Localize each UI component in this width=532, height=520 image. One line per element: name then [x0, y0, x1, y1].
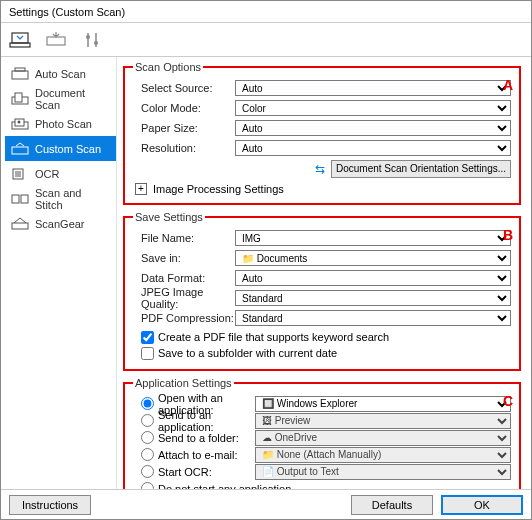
save-subfolder-label: Save to a subfolder with current date — [158, 347, 337, 359]
file-name-label: File Name: — [133, 232, 235, 244]
resolution-label: Resolution: — [133, 142, 235, 154]
send-folder-label: Send to a folder: — [158, 432, 239, 444]
attach-email-label: Attach to e-mail: — [158, 449, 237, 461]
save-subfolder-checkbox[interactable] — [141, 347, 154, 360]
send-folder-radio[interactable] — [141, 431, 154, 444]
paper-size-dropdown[interactable]: Auto — [235, 120, 511, 136]
start-ocr-label: Start OCR: — [158, 466, 212, 478]
open-app-dropdown[interactable]: 🔲 Windows Explorer — [255, 396, 511, 412]
custom-scan-icon — [11, 141, 29, 157]
pdf-compression-label: PDF Compression: — [133, 312, 235, 324]
data-format-dropdown[interactable]: Auto — [235, 270, 511, 286]
tab-scan-from-computer-icon[interactable] — [9, 29, 31, 51]
svg-point-3 — [86, 35, 90, 39]
main-panel: Scan Options A Select Source: Auto Color… — [117, 57, 531, 489]
image-processing-label: Image Processing Settings — [153, 183, 284, 195]
ok-button[interactable]: OK — [441, 495, 523, 515]
start-ocr-dropdown[interactable]: 📄 Output to Text — [255, 464, 511, 480]
color-mode-dropdown[interactable]: Color — [235, 100, 511, 116]
scan-options-legend: Scan Options — [133, 61, 203, 73]
sidebar-item-label: ScanGear — [35, 218, 85, 230]
send-app-dropdown[interactable]: 🖼 Preview — [255, 413, 511, 429]
sidebar-item-label: Photo Scan — [35, 118, 92, 130]
svg-rect-6 — [15, 68, 25, 71]
svg-rect-1 — [10, 43, 30, 47]
ocr-icon — [11, 166, 29, 182]
section-letter-a: A — [503, 77, 513, 93]
sidebar-item-label: Document Scan — [35, 87, 110, 111]
orientation-settings-button[interactable]: Document Scan Orientation Settings... — [331, 160, 511, 178]
file-name-dropdown[interactable]: IMG — [235, 230, 511, 246]
defaults-button[interactable]: Defaults — [351, 495, 433, 515]
pdf-compression-dropdown[interactable]: Standard — [235, 310, 511, 326]
sidebar-item-ocr[interactable]: OCR — [5, 161, 116, 186]
section-letter-b: B — [503, 227, 513, 243]
create-pdf-keyword-label: Create a PDF file that supports keyword … — [158, 331, 389, 343]
svg-point-11 — [18, 120, 21, 123]
application-settings-legend: Application Settings — [133, 377, 234, 389]
sidebar-item-scan-stitch[interactable]: Scan and Stitch — [5, 186, 116, 211]
save-settings-legend: Save Settings — [133, 211, 205, 223]
section-scan-options: Scan Options A Select Source: Auto Color… — [123, 61, 521, 205]
section-application-settings: Application Settings C Open with an appl… — [123, 377, 521, 489]
sidebar-item-photo-scan[interactable]: Photo Scan — [5, 111, 116, 136]
send-app-label: Send to an application: — [158, 409, 255, 433]
swap-icon[interactable]: ⇆ — [315, 162, 325, 176]
sidebar-item-auto-scan[interactable]: Auto Scan — [5, 61, 116, 86]
sidebar-item-custom-scan[interactable]: Custom Scan — [5, 136, 116, 161]
paper-size-label: Paper Size: — [133, 122, 235, 134]
jpeg-quality-dropdown[interactable]: Standard — [235, 290, 511, 306]
svg-rect-18 — [21, 195, 28, 203]
auto-scan-icon — [11, 66, 29, 82]
svg-rect-8 — [15, 93, 22, 102]
select-source-dropdown[interactable]: Auto — [235, 80, 511, 96]
body-area: Auto Scan Document Scan Photo Scan Custo… — [1, 57, 531, 489]
photo-scan-icon — [11, 116, 29, 132]
svg-point-4 — [94, 41, 98, 45]
color-mode-label: Color Mode: — [133, 102, 235, 114]
attach-email-dropdown[interactable]: 📁 None (Attach Manually) — [255, 447, 511, 463]
svg-rect-2 — [47, 37, 65, 45]
data-format-label: Data Format: — [133, 272, 235, 284]
send-folder-dropdown[interactable]: ☁ OneDrive — [255, 430, 511, 446]
sidebar-item-scangear[interactable]: ScanGear — [5, 211, 116, 236]
send-app-radio[interactable] — [141, 414, 154, 427]
section-letter-c: C — [503, 393, 513, 409]
tab-general-settings-icon[interactable] — [81, 29, 103, 51]
sidebar-item-label: Scan and Stitch — [35, 187, 110, 211]
jpeg-quality-label: JPEG Image Quality: — [133, 286, 235, 310]
scangear-icon — [11, 216, 29, 232]
toolbar — [1, 23, 531, 57]
tab-scan-from-panel-icon[interactable] — [45, 29, 67, 51]
svg-rect-5 — [12, 71, 28, 79]
save-in-dropdown[interactable]: 📁 Documents — [235, 250, 511, 266]
expand-image-processing-button[interactable]: + — [135, 183, 147, 195]
attach-email-radio[interactable] — [141, 448, 154, 461]
sidebar: Auto Scan Document Scan Photo Scan Custo… — [1, 57, 117, 489]
sidebar-item-label: Auto Scan — [35, 68, 86, 80]
instructions-button[interactable]: Instructions — [9, 495, 91, 515]
sidebar-item-label: OCR — [35, 168, 59, 180]
save-in-label: Save in: — [133, 252, 235, 264]
resolution-dropdown[interactable]: Auto — [235, 140, 511, 156]
window-title: Settings (Custom Scan) — [1, 1, 531, 23]
sidebar-item-document-scan[interactable]: Document Scan — [5, 86, 116, 111]
svg-rect-19 — [12, 223, 28, 229]
select-source-label: Select Source: — [133, 82, 235, 94]
svg-rect-0 — [12, 33, 28, 43]
document-scan-icon — [11, 91, 29, 107]
sidebar-item-label: Custom Scan — [35, 143, 101, 155]
svg-rect-17 — [12, 195, 19, 203]
create-pdf-keyword-checkbox[interactable] — [141, 331, 154, 344]
no-app-radio[interactable] — [141, 482, 154, 489]
stitch-icon — [11, 191, 29, 207]
svg-rect-12 — [12, 147, 28, 154]
footer: Instructions Defaults OK — [1, 489, 531, 519]
settings-window: Settings (Custom Scan) Auto Scan Documen… — [0, 0, 532, 520]
section-save-settings: Save Settings B File Name: IMG Save in: … — [123, 211, 521, 371]
start-ocr-radio[interactable] — [141, 465, 154, 478]
